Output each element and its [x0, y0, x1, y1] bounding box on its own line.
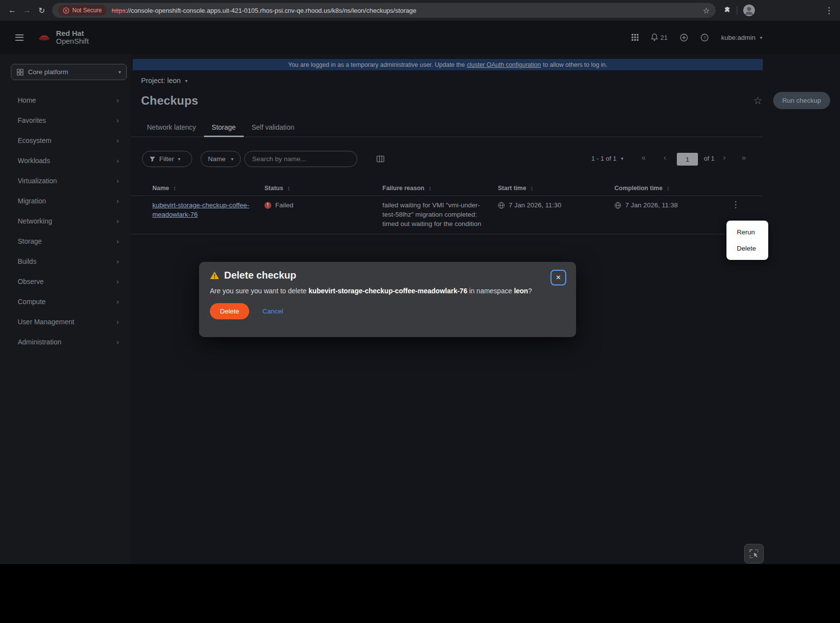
sidebar-item-builds[interactable]: Builds› — [0, 251, 131, 271]
sort-icon: ↕ — [428, 185, 431, 192]
desktop-background — [0, 564, 840, 623]
sort-icon: ↕ — [666, 185, 669, 192]
brand-logo[interactable]: Red Hat OpenShift — [37, 29, 89, 45]
pagination-last-icon[interactable]: » — [742, 153, 746, 162]
project-selector-label: Project: leon — [141, 77, 181, 85]
sidebar-item-user-management[interactable]: User Management› — [0, 312, 131, 332]
user-menu[interactable]: kube:admin ▾ — [721, 34, 762, 41]
sidebar-item-label: Administration — [18, 338, 61, 346]
filter-label: Filter — [159, 155, 174, 163]
chevron-down-icon: ▾ — [185, 78, 188, 84]
pagination-summary-label: 1 - 1 of 1 — [591, 155, 616, 162]
notifications-button[interactable]: 21 — [651, 33, 667, 41]
chevron-down-icon: ▾ — [178, 156, 180, 162]
quick-create-icon[interactable] — [680, 33, 688, 42]
sidebar-nav: Home› Favorites› Ecosystem› Workloads› V… — [0, 90, 131, 352]
chevron-right-icon: › — [116, 277, 119, 285]
modal-header: Delete checkup — [210, 270, 565, 281]
sidebar-item-home[interactable]: Home› — [0, 90, 131, 110]
sidebar-item-observe[interactable]: Observe› — [0, 271, 131, 291]
modal-footer: Delete Cancel — [210, 303, 565, 319]
start-time-cell: 7 Jan 2026, 11:30 — [498, 200, 614, 210]
sort-icon: ↕ — [173, 185, 176, 192]
browser-forward-button[interactable]: → — [20, 3, 34, 18]
sidebar-item-favorites[interactable]: Favorites› — [0, 110, 131, 130]
remote-pointer-button[interactable] — [744, 544, 764, 564]
sidebar-item-workloads[interactable]: Workloads› — [0, 150, 131, 170]
oauth-config-link[interactable]: cluster OAuth configuration — [467, 61, 541, 68]
browser-menu-icon[interactable]: ⋮ — [825, 5, 833, 16]
tab-network-latency[interactable]: Network latency — [139, 117, 204, 137]
sidebar-item-networking[interactable]: Networking› — [0, 211, 131, 231]
tab-storage[interactable]: Storage — [204, 117, 244, 137]
confirm-text-after: ? — [528, 287, 532, 295]
sidebar-item-compute[interactable]: Compute› — [0, 291, 131, 312]
confirm-delete-button[interactable]: Delete — [210, 303, 249, 319]
browser-reload-button[interactable]: ↻ — [34, 3, 49, 18]
tab-self-validation[interactable]: Self validation — [244, 117, 302, 137]
bookmark-star-icon[interactable]: ☆ — [703, 6, 710, 15]
modal-close-button[interactable]: × — [550, 270, 566, 285]
site-security-chip[interactable]: Not Secure — [58, 5, 107, 16]
perspective-icon — [17, 69, 24, 76]
search-input[interactable] — [244, 151, 357, 167]
close-icon: × — [556, 273, 561, 283]
sidebar-item-administration[interactable]: Administration› — [0, 332, 131, 352]
sidebar-item-label: Ecosystem — [18, 137, 51, 144]
filter-dropdown[interactable]: Filter ▾ — [142, 151, 192, 167]
cancel-button[interactable]: Cancel — [262, 308, 283, 315]
column-header-failure-reason[interactable]: Failure reason↕ — [382, 185, 498, 192]
url-scheme: https — [112, 7, 125, 14]
banner-text-after: to allow others to log in. — [543, 61, 607, 68]
perspective-label: Core platform — [28, 68, 114, 76]
favorite-star-icon[interactable]: ☆ — [753, 95, 762, 107]
row-kebab-menu-icon[interactable]: ⋮ — [731, 200, 740, 209]
chevron-down-icon: ▾ — [231, 156, 233, 162]
help-icon[interactable]: ? — [700, 33, 709, 42]
pagination-next-icon[interactable]: › — [723, 153, 725, 162]
name-filter-dropdown[interactable]: Name ▾ — [201, 151, 241, 167]
column-header-start-time[interactable]: Start time↕ — [498, 185, 614, 192]
sidebar-item-label: Networking — [18, 217, 52, 225]
masthead-actions: 21 ? kube:admin ▾ — [632, 33, 762, 42]
column-header-name[interactable]: Name↕ — [152, 185, 264, 192]
extensions-icon[interactable] — [723, 6, 731, 15]
perspective-switcher[interactable]: Core platform ▾ — [11, 64, 127, 80]
confirm-text-before: Are you sure you want to delete — [210, 287, 309, 295]
sidebar-item-virtualization[interactable]: Virtualization› — [0, 170, 131, 191]
sidebar-item-ecosystem[interactable]: Ecosystem› — [0, 130, 131, 150]
page-number-input[interactable] — [677, 153, 698, 166]
address-bar[interactable]: Not Secure https://console-openshift-con… — [52, 3, 716, 18]
sidebar-item-migration[interactable]: Migration› — [0, 191, 131, 211]
row-actions-menu: Rerun Delete — [726, 221, 768, 260]
screen-cursor-icon — [749, 548, 759, 559]
browser-chrome: ← → ↻ Not Secure https://console-openshi… — [0, 0, 840, 21]
pagination-first-icon[interactable]: « — [641, 153, 646, 162]
checkup-name-link[interactable]: kubevirt-storage-checkup-coffee-meadowla… — [152, 200, 261, 219]
column-label: Failure reason — [382, 185, 424, 192]
modal-title: Delete checkup — [224, 270, 296, 281]
chevron-down-icon: ▾ — [621, 156, 623, 161]
column-header-status[interactable]: Status↕ — [264, 185, 382, 192]
toolbar: Filter ▾ Name ▾ 1 - 1 of 1 ▾ « ‹ o — [131, 151, 763, 168]
nav-toggle-icon[interactable] — [15, 34, 24, 41]
completion-time-label: 7 Jan 2026, 11:38 — [625, 200, 678, 210]
column-management-icon[interactable] — [377, 155, 384, 165]
chevron-right-icon: › — [116, 116, 119, 124]
project-selector[interactable]: Project: leon ▾ — [141, 77, 188, 85]
sort-icon: ↕ — [530, 185, 533, 192]
sidebar-item-label: Observe — [18, 278, 44, 285]
menu-item-rerun[interactable]: Rerun — [726, 224, 768, 240]
sidebar-item-storage[interactable]: Storage› — [0, 231, 131, 251]
screen: ← → ↻ Not Secure https://console-openshi… — [0, 0, 840, 623]
sidebar-item-label: Builds — [18, 257, 36, 265]
menu-item-delete[interactable]: Delete — [726, 240, 768, 256]
run-checkup-button[interactable]: Run checkup — [773, 92, 830, 109]
browser-back-button[interactable]: ← — [5, 3, 20, 18]
column-header-completion-time[interactable]: Completion time↕ — [614, 185, 731, 192]
banner-text-before: You are logged in as a temporary adminis… — [288, 61, 464, 68]
browser-profile-avatar[interactable] — [743, 4, 755, 16]
pagination-summary-dropdown[interactable]: 1 - 1 of 1 ▾ — [591, 155, 623, 162]
app-launcher-icon[interactable] — [632, 34, 638, 41]
pagination-prev-icon[interactable]: ‹ — [664, 153, 666, 162]
